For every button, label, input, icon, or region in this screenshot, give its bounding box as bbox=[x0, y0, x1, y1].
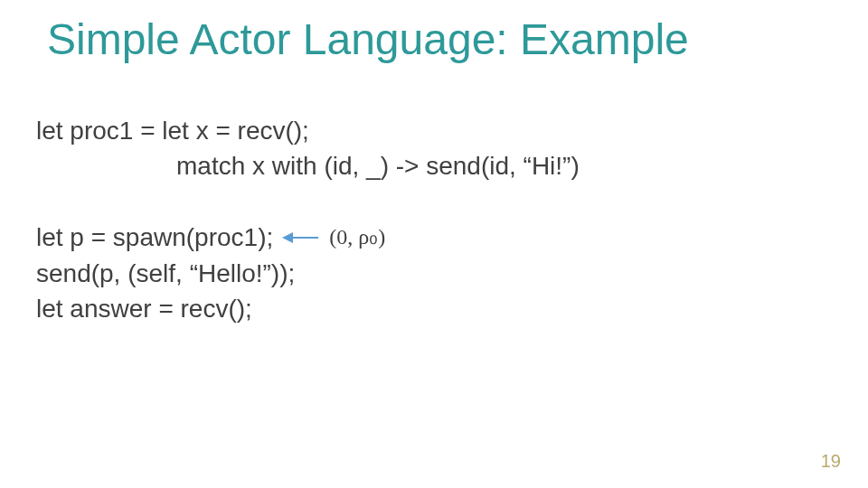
code-line-3-row: let p = spawn(proc1); (0, ρ₀) bbox=[36, 220, 580, 255]
code-block-1: let proc1 = let x = recv(); match x with… bbox=[36, 113, 580, 183]
code-line-1: let proc1 = let x = recv(); bbox=[36, 113, 580, 148]
code-line-5: let answer = recv(); bbox=[36, 291, 580, 326]
code-line-4: send(p, (self, “Hello!”)); bbox=[36, 256, 580, 291]
slide-title: Simple Actor Language: Example bbox=[47, 14, 689, 64]
code-line-3: let p = spawn(proc1); bbox=[36, 220, 273, 255]
arrow-left-icon bbox=[282, 229, 320, 247]
code-block-2: let p = spawn(proc1); (0, ρ₀) send(p, (s… bbox=[36, 220, 580, 326]
code-line-2: match x with (id, _) -> send(id, “Hi!”) bbox=[36, 148, 580, 183]
page-number: 19 bbox=[821, 451, 841, 472]
svg-marker-1 bbox=[282, 232, 293, 243]
annotation-math: (0, ρ₀) bbox=[329, 222, 385, 253]
code-line-2-text: match x with (id, _) -> send(id, “Hi!”) bbox=[176, 152, 580, 180]
slide-body: let proc1 = let x = recv(); match x with… bbox=[36, 113, 580, 362]
